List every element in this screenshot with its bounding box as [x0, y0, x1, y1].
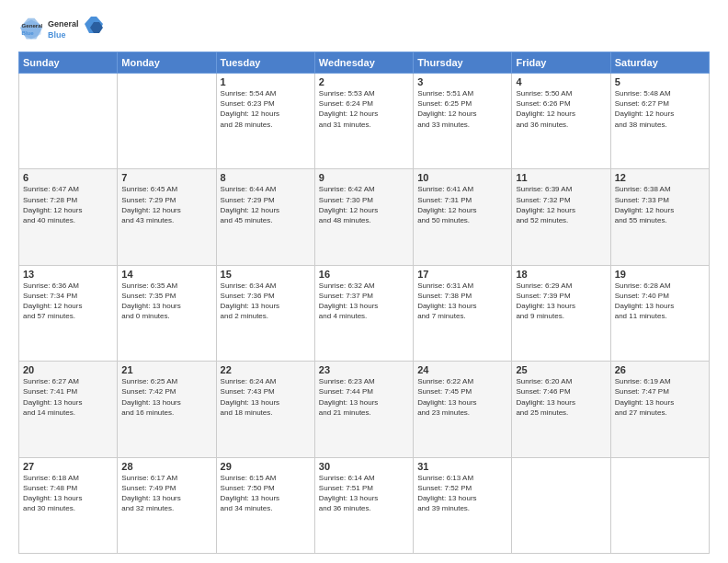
day-info: Sunrise: 5:48 AM Sunset: 6:27 PM Dayligh…	[615, 88, 705, 130]
day-number: 2	[319, 76, 409, 87]
day-info: Sunrise: 6:14 AM Sunset: 7:51 PM Dayligh…	[319, 473, 409, 514]
day-info: Sunrise: 6:36 AM Sunset: 7:34 PM Dayligh…	[23, 281, 113, 322]
calendar-cell: 15Sunrise: 6:34 AM Sunset: 7:36 PM Dayli…	[216, 265, 314, 361]
logo-icon: General Blue	[18, 17, 44, 42]
calendar-cell: 20Sunrise: 6:27 AM Sunset: 7:41 PM Dayli…	[19, 362, 118, 457]
weekday-header: Wednesday	[314, 52, 413, 74]
calendar-cell: 1Sunrise: 5:54 AM Sunset: 6:23 PM Daylig…	[216, 74, 314, 169]
day-info: Sunrise: 6:25 AM Sunset: 7:42 PM Dayligh…	[121, 376, 211, 418]
day-number: 31	[417, 461, 507, 472]
calendar-cell: 2Sunrise: 5:53 AM Sunset: 6:24 PM Daylig…	[314, 74, 413, 169]
page: General Blue General Blue SundayMondayTu…	[0, 0, 728, 563]
calendar-cell: 6Sunrise: 6:47 AM Sunset: 7:28 PM Daylig…	[19, 169, 118, 265]
day-info: Sunrise: 6:35 AM Sunset: 7:35 PM Dayligh…	[121, 281, 211, 322]
calendar-cell: 17Sunrise: 6:31 AM Sunset: 7:38 PM Dayli…	[414, 265, 512, 361]
calendar-cell	[512, 457, 610, 553]
svg-text:Blue: Blue	[22, 29, 35, 36]
day-info: Sunrise: 6:31 AM Sunset: 7:38 PM Dayligh…	[417, 281, 507, 322]
day-number: 19	[615, 269, 705, 280]
day-number: 7	[121, 172, 211, 183]
day-number: 14	[121, 269, 211, 280]
logo: General Blue General Blue	[18, 15, 103, 44]
day-number: 4	[516, 76, 606, 87]
day-info: Sunrise: 6:29 AM Sunset: 7:39 PM Dayligh…	[516, 281, 606, 322]
calendar-table: SundayMondayTuesdayWednesdayThursdayFrid…	[18, 52, 710, 554]
weekday-header: Monday	[118, 52, 216, 74]
day-number: 8	[221, 172, 311, 183]
weekday-header: Saturday	[610, 52, 709, 74]
svg-text:Blue: Blue	[48, 30, 66, 40]
day-number: 22	[221, 364, 311, 375]
day-info: Sunrise: 6:19 AM Sunset: 7:47 PM Dayligh…	[615, 376, 705, 418]
day-info: Sunrise: 6:32 AM Sunset: 7:37 PM Dayligh…	[319, 281, 409, 322]
calendar-cell: 19Sunrise: 6:28 AM Sunset: 7:40 PM Dayli…	[610, 265, 709, 361]
day-number: 28	[121, 461, 211, 472]
day-number: 1	[221, 76, 311, 87]
calendar-cell: 5Sunrise: 5:48 AM Sunset: 6:27 PM Daylig…	[610, 74, 709, 169]
svg-text:General: General	[22, 22, 43, 29]
day-number: 13	[23, 269, 113, 280]
calendar-cell: 29Sunrise: 6:15 AM Sunset: 7:50 PM Dayli…	[216, 457, 314, 553]
day-number: 12	[615, 172, 705, 183]
day-info: Sunrise: 6:24 AM Sunset: 7:43 PM Dayligh…	[221, 376, 311, 418]
day-info: Sunrise: 5:54 AM Sunset: 6:23 PM Dayligh…	[221, 88, 311, 130]
calendar-cell: 12Sunrise: 6:38 AM Sunset: 7:33 PM Dayli…	[610, 169, 709, 265]
day-info: Sunrise: 6:41 AM Sunset: 7:31 PM Dayligh…	[417, 184, 507, 225]
day-number: 17	[417, 269, 507, 280]
day-info: Sunrise: 5:51 AM Sunset: 6:25 PM Dayligh…	[417, 88, 507, 130]
day-number: 25	[516, 364, 606, 375]
day-number: 6	[23, 172, 113, 183]
day-number: 26	[615, 364, 705, 375]
day-number: 16	[319, 269, 409, 280]
calendar-cell: 18Sunrise: 6:29 AM Sunset: 7:39 PM Dayli…	[512, 265, 610, 361]
day-number: 10	[417, 172, 507, 183]
calendar-cell: 30Sunrise: 6:14 AM Sunset: 7:51 PM Dayli…	[314, 457, 413, 553]
day-info: Sunrise: 6:27 AM Sunset: 7:41 PM Dayligh…	[23, 376, 113, 418]
weekday-header: Friday	[512, 52, 610, 74]
day-info: Sunrise: 6:47 AM Sunset: 7:28 PM Dayligh…	[23, 184, 113, 225]
day-info: Sunrise: 5:50 AM Sunset: 6:26 PM Dayligh…	[516, 88, 606, 130]
day-number: 21	[121, 364, 211, 375]
calendar-cell: 7Sunrise: 6:45 AM Sunset: 7:29 PM Daylig…	[118, 169, 216, 265]
calendar-cell: 11Sunrise: 6:39 AM Sunset: 7:32 PM Dayli…	[512, 169, 610, 265]
calendar-cell: 22Sunrise: 6:24 AM Sunset: 7:43 PM Dayli…	[216, 362, 314, 457]
day-info: Sunrise: 6:15 AM Sunset: 7:50 PM Dayligh…	[221, 473, 311, 514]
calendar-week-row: 20Sunrise: 6:27 AM Sunset: 7:41 PM Dayli…	[19, 362, 710, 457]
weekday-header: Thursday	[414, 52, 512, 74]
calendar-cell: 23Sunrise: 6:23 AM Sunset: 7:44 PM Dayli…	[314, 362, 413, 457]
day-info: Sunrise: 6:17 AM Sunset: 7:49 PM Dayligh…	[121, 473, 211, 514]
day-number: 24	[417, 364, 507, 375]
calendar-cell: 13Sunrise: 6:36 AM Sunset: 7:34 PM Dayli…	[19, 265, 118, 361]
day-info: Sunrise: 6:22 AM Sunset: 7:45 PM Dayligh…	[417, 376, 507, 418]
svg-text:General: General	[48, 19, 79, 29]
calendar-cell: 9Sunrise: 6:42 AM Sunset: 7:30 PM Daylig…	[314, 169, 413, 265]
day-info: Sunrise: 5:53 AM Sunset: 6:24 PM Dayligh…	[319, 88, 409, 130]
calendar-cell: 14Sunrise: 6:35 AM Sunset: 7:35 PM Dayli…	[118, 265, 216, 361]
day-number: 15	[221, 269, 311, 280]
calendar-cell: 4Sunrise: 5:50 AM Sunset: 6:26 PM Daylig…	[512, 74, 610, 169]
calendar-cell: 21Sunrise: 6:25 AM Sunset: 7:42 PM Dayli…	[118, 362, 216, 457]
day-number: 11	[516, 172, 606, 183]
calendar-cell: 16Sunrise: 6:32 AM Sunset: 7:37 PM Dayli…	[314, 265, 413, 361]
weekday-header: Sunday	[19, 52, 118, 74]
day-number: 5	[615, 76, 705, 87]
calendar-cell: 8Sunrise: 6:44 AM Sunset: 7:29 PM Daylig…	[216, 169, 314, 265]
calendar-cell: 31Sunrise: 6:13 AM Sunset: 7:52 PM Dayli…	[414, 457, 512, 553]
day-info: Sunrise: 6:42 AM Sunset: 7:30 PM Dayligh…	[319, 184, 409, 225]
weekday-header: Tuesday	[216, 52, 314, 74]
calendar-cell: 3Sunrise: 5:51 AM Sunset: 6:25 PM Daylig…	[414, 74, 512, 169]
calendar-header-row: SundayMondayTuesdayWednesdayThursdayFrid…	[19, 52, 710, 74]
day-number: 20	[23, 364, 113, 375]
calendar-cell	[19, 74, 118, 169]
day-info: Sunrise: 6:28 AM Sunset: 7:40 PM Dayligh…	[615, 281, 705, 322]
calendar-cell	[118, 74, 216, 169]
day-info: Sunrise: 6:44 AM Sunset: 7:29 PM Dayligh…	[221, 184, 311, 225]
calendar-cell: 27Sunrise: 6:18 AM Sunset: 7:48 PM Dayli…	[19, 457, 118, 553]
day-number: 29	[221, 461, 311, 472]
calendar-cell: 28Sunrise: 6:17 AM Sunset: 7:49 PM Dayli…	[118, 457, 216, 553]
day-info: Sunrise: 6:34 AM Sunset: 7:36 PM Dayligh…	[221, 281, 311, 322]
calendar-cell: 24Sunrise: 6:22 AM Sunset: 7:45 PM Dayli…	[414, 362, 512, 457]
header: General Blue General Blue	[18, 15, 710, 44]
day-info: Sunrise: 6:38 AM Sunset: 7:33 PM Dayligh…	[615, 184, 705, 225]
day-info: Sunrise: 6:13 AM Sunset: 7:52 PM Dayligh…	[417, 473, 507, 514]
